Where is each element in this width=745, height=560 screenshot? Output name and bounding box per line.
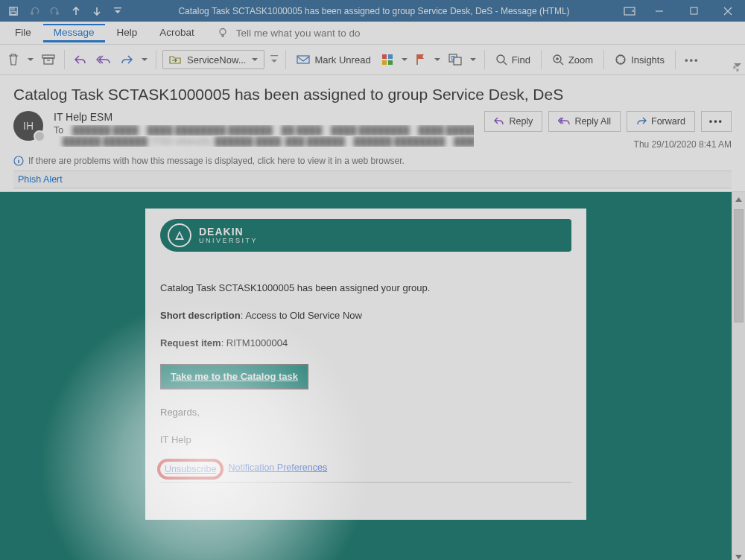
archive-button[interactable] [39, 49, 58, 70]
next-item-icon[interactable] [88, 2, 106, 20]
view-in-browser-infobar[interactable]: If there are problems with how this mess… [13, 156, 732, 166]
categorize-button[interactable] [378, 49, 396, 70]
reply-icon [494, 117, 504, 126]
categorize-icon [381, 54, 393, 66]
message-subject: Catalog Task SCTASK1000005 has been assi… [13, 86, 732, 104]
follow-up-dropdown[interactable] [432, 58, 443, 62]
unsubscribe-link[interactable]: Unsubscribe [165, 464, 216, 474]
reply-all-label: Reply All [574, 116, 611, 127]
respond-more-dropdown[interactable] [139, 58, 150, 62]
flag-icon [416, 54, 426, 66]
customize-qat-icon[interactable] [109, 2, 127, 20]
zoom-icon [552, 54, 564, 66]
insights-label: Insights [631, 54, 665, 66]
svg-rect-11 [382, 54, 387, 59]
window-controls [617, 0, 745, 22]
reply-all-button[interactable]: Reply All [548, 111, 621, 132]
insights-button[interactable]: Insights [610, 49, 669, 70]
mark-unread-button[interactable]: Mark Unread [292, 49, 375, 70]
ribbon-tabs: File Message Help Acrobat Tell me what y… [0, 22, 745, 45]
recipients-line[interactable]: To ██████ ████ ████ ████████ ███████ ██ … [54, 125, 474, 136]
title-bar: Catalog Task SCTASK1000005 has been assi… [0, 0, 745, 22]
email-outer-banner: DEAKIN UNIVERSITY Catalog Task SCTASK100… [0, 192, 732, 560]
email-brand-header: DEAKIN UNIVERSITY [145, 209, 586, 256]
categorize-dropdown[interactable] [399, 58, 410, 62]
minimize-button[interactable] [642, 0, 676, 22]
ellipsis-icon: ••• [709, 116, 723, 127]
search-icon [495, 54, 507, 66]
find-button[interactable]: Find [491, 49, 535, 70]
translate-icon [448, 54, 462, 66]
message-header: Catalog Task SCTASK1000005 has been assi… [0, 75, 745, 188]
body-request-item: Request item: RITM1000004 [160, 337, 571, 351]
zoom-button[interactable]: Zoom [548, 49, 597, 70]
quick-steps-more[interactable] [269, 54, 279, 65]
quick-step-label: ServiceNow... [187, 54, 246, 66]
tab-acrobat[interactable]: Acrobat [149, 24, 205, 42]
tell-me-search[interactable]: Tell me what you want to do [217, 27, 361, 39]
message-body-scroll[interactable]: DEAKIN UNIVERSITY Catalog Task SCTASK100… [0, 192, 732, 560]
previous-item-icon[interactable] [67, 2, 85, 20]
svg-rect-2 [11, 11, 16, 14]
svg-rect-16 [454, 57, 461, 65]
ribbon-display-options-icon[interactable] [617, 0, 642, 22]
lightbulb-icon [217, 27, 229, 39]
message-body-container: DEAKIN UNIVERSITY Catalog Task SCTASK100… [0, 191, 745, 560]
scroll-track[interactable] [732, 205, 745, 552]
reply-all-ribbon-button[interactable] [93, 49, 114, 70]
translate-dropdown[interactable] [468, 58, 478, 62]
message-date: Thu 29/10/2020 8:41 AM [634, 139, 732, 150]
svg-rect-13 [382, 60, 387, 65]
zoom-label: Zoom [568, 54, 593, 66]
tab-message[interactable]: Message [43, 24, 105, 42]
email-footer-bar [145, 520, 586, 542]
reply-label: Reply [509, 116, 533, 127]
delete-dropdown[interactable] [25, 58, 36, 62]
svg-point-6 [220, 29, 226, 35]
body-regards: Regards, [160, 406, 571, 420]
svg-rect-10 [297, 56, 309, 63]
folder-move-icon [169, 54, 181, 65]
scroll-thumb[interactable] [734, 209, 744, 322]
svg-rect-5 [691, 7, 697, 14]
take-me-to-task-button[interactable]: Take me to the Catalog task [160, 364, 308, 390]
find-label: Find [512, 54, 530, 66]
maximize-button[interactable] [676, 0, 711, 22]
reply-icon [74, 54, 87, 65]
tab-file[interactable]: File [4, 24, 42, 42]
unsubscribe-highlight: Unsubscribe [157, 459, 224, 480]
close-button[interactable] [711, 0, 745, 22]
recipients-line-2[interactable]: ██████ ███████ ITSD others(5) ██████ ███… [54, 136, 474, 147]
tab-help[interactable]: Help [107, 24, 148, 42]
svg-rect-12 [388, 54, 393, 59]
forward-button[interactable]: Forward [627, 111, 695, 132]
deakin-logo-icon [168, 223, 191, 247]
undo-icon [25, 2, 43, 20]
reply-all-icon [96, 54, 111, 65]
sender-name[interactable]: IT Help ESM [54, 111, 474, 123]
trash-icon [7, 53, 19, 66]
scroll-up-arrow[interactable] [735, 194, 742, 205]
quick-step-servicenow[interactable]: ServiceNow... [162, 50, 264, 69]
avatar-initials: IH [23, 120, 34, 132]
sender-avatar[interactable]: IH [13, 111, 43, 141]
vertical-scrollbar[interactable] [732, 192, 745, 560]
scroll-down-arrow[interactable] [735, 552, 742, 560]
reply-button[interactable]: Reply [484, 111, 542, 132]
follow-up-button[interactable] [413, 49, 429, 70]
ribbon-overflow[interactable]: ••• [682, 49, 703, 70]
info-icon [13, 156, 24, 166]
collapse-ribbon-icon[interactable] [733, 61, 742, 69]
delete-button[interactable] [4, 49, 22, 70]
to-label: To [54, 125, 63, 136]
phish-alert-bar[interactable]: Phish Alert [13, 171, 732, 188]
ribbon: ServiceNow... Mark Unread Find Zoom Insi… [0, 45, 745, 75]
save-icon[interactable] [4, 2, 22, 20]
mark-unread-label: Mark Unread [314, 54, 370, 66]
translate-button[interactable] [446, 49, 465, 70]
forward-ribbon-button[interactable] [117, 49, 136, 70]
notification-preferences-link[interactable]: Notification Preferences [228, 461, 327, 477]
more-actions-button[interactable]: ••• [701, 111, 732, 132]
brand-name: DEAKIN [199, 226, 258, 237]
reply-ribbon-button[interactable] [71, 49, 90, 70]
